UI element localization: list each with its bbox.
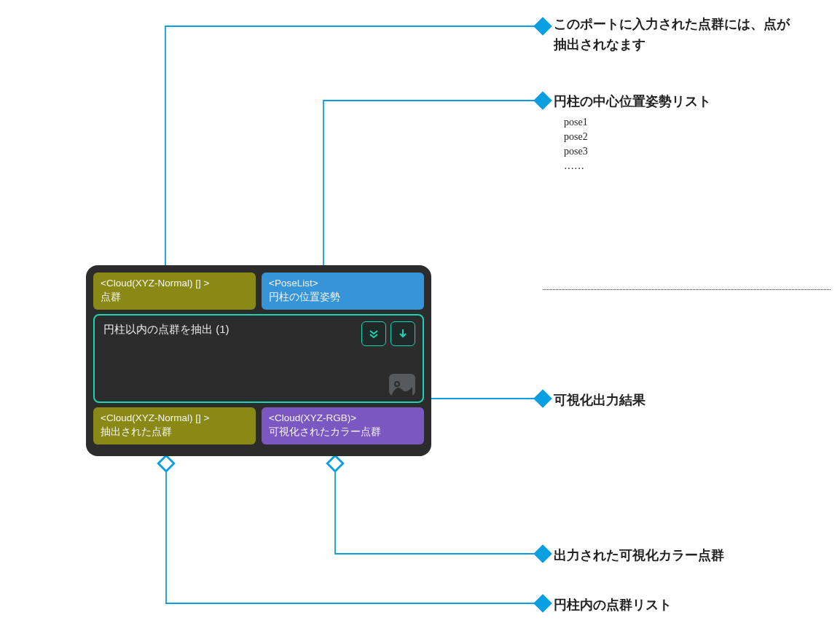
annotation-pose-item: pose1 — [564, 115, 588, 130]
port-label: 抽出された点群 — [101, 425, 248, 439]
annotation-pose-item: pose3 — [564, 144, 588, 159]
annotation-input-cloud: このポートに入力された点群には、点が抽出されなます — [554, 15, 794, 55]
annotation-pose-item: pose2 — [564, 130, 588, 144]
svg-point-0 — [395, 382, 399, 386]
annotation-divider — [543, 289, 831, 290]
operator-node[interactable]: <Cloud(XYZ-Normal) [] > 点群 <PoseList> 円柱… — [86, 265, 431, 456]
visualization-icon[interactable] — [389, 374, 415, 396]
diagram-canvas: <Cloud(XYZ-Normal) [] > 点群 <PoseList> 円柱… — [0, 0, 840, 623]
input-port-poselist[interactable]: <PoseList> 円柱の位置姿勢 — [262, 273, 424, 310]
annotation-viz-result: 可視化出力結果 — [554, 391, 645, 411]
annotation-inside-cloud: 円柱内の点群リスト — [554, 595, 672, 616]
expand-button[interactable] — [361, 321, 386, 346]
port-label: 可視化されたカラー点群 — [269, 425, 417, 439]
input-port-row: <Cloud(XYZ-Normal) [] > 点群 <PoseList> 円柱… — [93, 273, 424, 310]
port-label: 円柱の位置姿勢 — [269, 290, 417, 304]
output-port-extracted[interactable]: <Cloud(XYZ-Normal) [] > 抽出された点群 — [93, 407, 256, 444]
annotation-pose-item: …… — [564, 159, 584, 173]
run-button[interactable] — [390, 321, 415, 346]
node-body: 円柱以内の点群を抽出 (1) — [93, 314, 424, 403]
output-port-colored[interactable]: <Cloud(XYZ-RGB)> 可視化されたカラー点群 — [262, 407, 424, 444]
arrow-down-icon — [398, 329, 408, 339]
annotation-viz-cloud: 出力された可視化カラー点群 — [554, 546, 724, 566]
port-type: <Cloud(XYZ-Normal) [] > — [101, 412, 248, 425]
port-label: 点群 — [101, 290, 248, 304]
port-type: <Cloud(XYZ-Normal) [] > — [101, 277, 248, 290]
input-port-cloud[interactable]: <Cloud(XYZ-Normal) [] > 点群 — [93, 273, 256, 310]
output-port-row: <Cloud(XYZ-Normal) [] > 抽出された点群 <Cloud(X… — [93, 407, 424, 444]
annotation-pose-list: 円柱の中心位置姿勢リスト — [554, 92, 711, 112]
port-type: <Cloud(XYZ-RGB)> — [269, 412, 417, 425]
chevrons-down-icon — [368, 328, 380, 340]
port-type: <PoseList> — [269, 277, 417, 290]
image-icon — [391, 380, 413, 396]
